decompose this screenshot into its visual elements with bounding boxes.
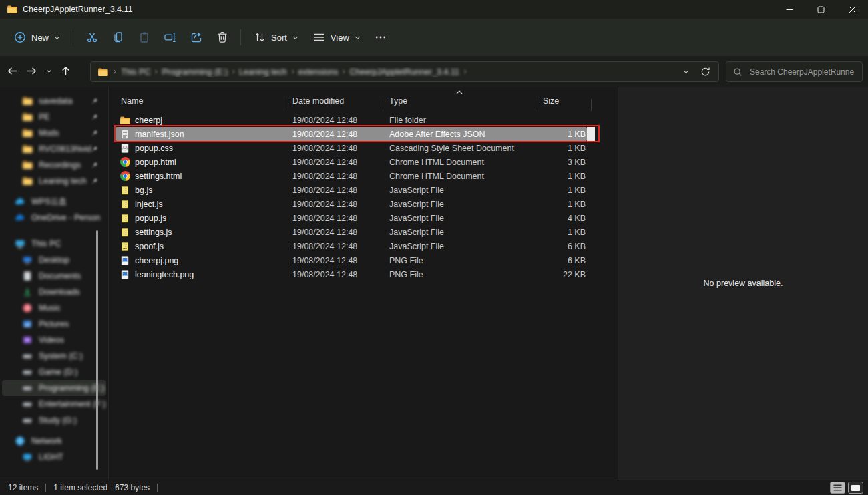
chevron-down-icon[interactable] xyxy=(682,68,690,75)
sidebar-item[interactable]: Music xyxy=(2,300,106,316)
column-header-date-modified[interactable]: Date modified xyxy=(292,96,389,106)
recent-locations-button[interactable] xyxy=(41,61,56,81)
sidebar-item[interactable]: Documents xyxy=(2,268,106,284)
up-button[interactable] xyxy=(56,61,75,81)
breadcrumb-item[interactable]: This PC xyxy=(121,67,150,77)
file-row[interactable]: inject.js19/08/2024 12:48JavaScript File… xyxy=(116,197,587,211)
chevron-right-icon xyxy=(230,69,236,75)
breadcrumb-item[interactable]: extensions xyxy=(298,67,339,77)
details-view-button[interactable] xyxy=(830,482,845,494)
file-date-cell: 19/08/2024 12:48 xyxy=(292,130,389,139)
file-type-cell: Cascading Style Sheet Document xyxy=(389,144,543,153)
rename-button[interactable] xyxy=(157,25,183,49)
minimize-button[interactable] xyxy=(774,0,805,19)
back-button[interactable] xyxy=(3,61,22,81)
file-size-cell: 4 KB xyxy=(543,214,586,223)
cut-icon xyxy=(85,31,99,44)
sidebar-item[interactable]: Recordings xyxy=(2,157,106,173)
sidebar-item[interactable]: OneDrive - Person xyxy=(2,210,106,226)
maximize-button[interactable] xyxy=(805,0,837,19)
column-header-type[interactable]: Type xyxy=(389,96,543,106)
file-row[interactable]: settings.html19/08/2024 12:48Chrome HTML… xyxy=(116,169,587,183)
chevron-right-icon xyxy=(341,69,347,75)
copy-button[interactable] xyxy=(105,25,131,49)
file-row[interactable]: settings.js19/08/2024 12:48JavaScript Fi… xyxy=(116,225,587,239)
sidebar-item[interactable]: System (C:) xyxy=(2,348,106,364)
drive-icon xyxy=(22,383,33,393)
file-row[interactable]: leaningtech.png19/08/2024 12:48PNG File2… xyxy=(116,267,587,281)
file-date-cell: 19/08/2024 12:48 xyxy=(292,186,389,195)
sidebar-item[interactable]: Game (D:) xyxy=(2,364,106,380)
file-date-cell: 19/08/2024 12:48 xyxy=(292,214,389,223)
pictures-icon xyxy=(22,319,33,329)
refresh-icon[interactable] xyxy=(700,67,710,77)
file-row[interactable]: cheerpj19/08/2024 12:48File folder xyxy=(116,113,587,127)
column-header-size[interactable]: Size xyxy=(543,96,586,106)
forward-button[interactable] xyxy=(22,61,41,81)
share-button[interactable] xyxy=(183,25,209,49)
file-row[interactable]: bg.js19/08/2024 12:48JavaScript File1 KB xyxy=(116,183,587,197)
file-row[interactable]: manifest.json19/08/2024 12:48Adobe After… xyxy=(116,127,587,141)
search-icon xyxy=(733,67,742,77)
file-row[interactable]: spoof.js19/08/2024 12:48JavaScript File6… xyxy=(116,239,587,253)
sidebar-item-label: Videos xyxy=(39,335,64,345)
column-separator[interactable] xyxy=(591,99,592,111)
chevron-right-icon xyxy=(462,69,468,75)
sidebar-item[interactable]: savedata xyxy=(2,93,106,109)
sidebar-item[interactable]: PE xyxy=(2,109,106,125)
file-row[interactable]: cheerpj.png19/08/2024 12:48PNG File6 KB xyxy=(116,253,587,267)
search-input[interactable] xyxy=(748,67,855,77)
address-bar[interactable]: This PCProgramming (E:)Leaning techexten… xyxy=(90,61,719,82)
sort-button[interactable]: Sort xyxy=(246,25,306,49)
sidebar-item[interactable]: This PC xyxy=(2,236,106,252)
sidebar-item[interactable]: Pictures xyxy=(2,316,106,332)
forward-icon xyxy=(26,65,37,77)
sidebar-item[interactable]: Downloads xyxy=(2,284,106,300)
file-date-cell: 19/08/2024 12:48 xyxy=(292,116,389,125)
file-row[interactable]: popup.js19/08/2024 12:48JavaScript File4… xyxy=(116,211,587,225)
window-title: CheerpJAppletRunner_3.4.11 xyxy=(23,5,132,14)
sidebar-item-label: Recordings xyxy=(39,160,81,170)
sidebar-item[interactable]: Study (G:) xyxy=(2,412,106,428)
network-icon xyxy=(15,436,25,446)
sidebar-item[interactable]: Videos xyxy=(2,332,106,348)
sidebar-item[interactable]: Desktop xyxy=(2,252,106,268)
delete-button[interactable] xyxy=(209,25,235,49)
file-date-cell: 19/08/2024 12:48 xyxy=(292,158,389,167)
breadcrumb-item[interactable]: CheerpJAppletRunner_3.4.11 xyxy=(349,67,459,77)
new-button[interactable]: New xyxy=(7,25,67,49)
sidebar-item[interactable]: WPS云盘 xyxy=(2,194,106,210)
close-button[interactable] xyxy=(837,0,868,19)
file-date-cell: 19/08/2024 12:48 xyxy=(292,256,389,265)
sidebar-item[interactable]: Entertainment (F:) xyxy=(2,396,106,412)
more-options-button[interactable] xyxy=(368,25,394,49)
sidebar-scrollbar[interactable] xyxy=(96,230,98,470)
sidebar-item[interactable]: RVC0813Nvid xyxy=(2,141,106,157)
paste-button[interactable] xyxy=(131,25,157,49)
file-name-cell: settings.js xyxy=(120,227,292,238)
sidebar-item-label: Documents xyxy=(39,271,81,281)
pin-icon xyxy=(91,146,98,152)
column-separator[interactable] xyxy=(383,99,383,111)
column-header-name[interactable]: Name xyxy=(120,96,292,106)
sidebar-item-label: Network xyxy=(31,436,62,446)
file-row[interactable]: popup.css19/08/2024 12:48Cascading Style… xyxy=(116,141,587,155)
drive-icon xyxy=(22,351,33,361)
column-separator[interactable] xyxy=(537,99,537,111)
sidebar-item[interactable]: Mods xyxy=(2,125,106,141)
file-row[interactable]: popup.html19/08/2024 12:48Chrome HTML Do… xyxy=(116,155,587,169)
cut-button[interactable] xyxy=(79,25,105,49)
view-button[interactable]: View xyxy=(306,25,368,49)
sidebar-item[interactable]: Programming (E:) xyxy=(2,380,106,396)
sidebar-item-label: Programming (E:) xyxy=(39,383,105,393)
thumbnails-view-button[interactable] xyxy=(848,482,863,494)
breadcrumb-item[interactable]: Leaning tech xyxy=(239,67,287,77)
file-type-cell: Chrome HTML Document xyxy=(389,158,543,167)
sidebar-item[interactable]: LIGHT xyxy=(2,449,106,465)
folder-icon xyxy=(22,160,33,170)
column-separator[interactable] xyxy=(288,99,288,111)
sidebar-item[interactable]: Leaning tech xyxy=(2,173,106,189)
status-divider xyxy=(45,484,46,492)
breadcrumb-item[interactable]: Programming (E:) xyxy=(162,67,228,77)
sidebar-item[interactable]: Network xyxy=(2,433,106,449)
